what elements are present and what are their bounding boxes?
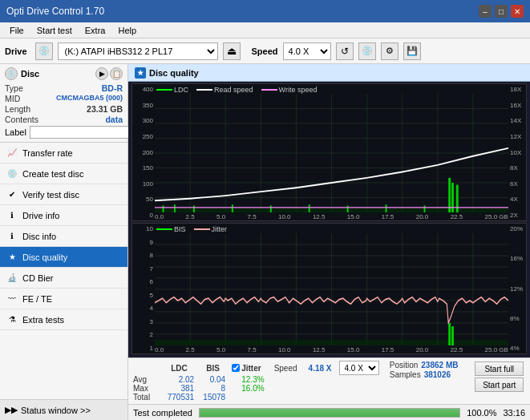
bis-col-header: BIS — [197, 361, 229, 375]
disc-quality-icon: ★ — [6, 252, 18, 263]
time-label: 33:16 — [503, 408, 525, 418]
chart2-x-labels: 0.02.55.07.510.012.515.017.520.022.525.0… — [155, 346, 508, 353]
stats-table: LDC BIS Jitter Speed — [133, 361, 525, 402]
speed-stat-select-cell: 4.0 X — [336, 361, 386, 375]
disc-icon-1: ▶ — [95, 67, 108, 80]
svg-rect-25 — [309, 204, 310, 212]
max-jitter: 16.0% — [229, 384, 267, 393]
verify-test-label: Verify test disc — [22, 190, 79, 200]
stats-area: LDC BIS Jitter Speed — [128, 357, 530, 404]
label-input[interactable] — [30, 126, 136, 139]
extra-tests-label: Extra tests — [22, 315, 64, 325]
speed-stat-value: 4.18 X — [307, 361, 336, 375]
fe-te-label: FE / TE — [22, 294, 52, 304]
drive-select[interactable]: (K:) ATAPI iHBS312 2 PL17 — [58, 42, 218, 60]
speed-select[interactable]: 4.0 X — [283, 42, 331, 60]
start-part-button[interactable]: Start part — [475, 378, 524, 392]
transfer-rate-icon: 📈 — [6, 147, 18, 159]
svg-rect-26 — [347, 205, 349, 212]
disc-panel-title: Disc — [21, 69, 39, 79]
avg-ldc: 2.02 — [161, 375, 197, 384]
svg-rect-49 — [451, 326, 454, 345]
status-window-button[interactable]: ▶▶ Status window >> — [0, 399, 127, 420]
max-bis: 8 — [197, 384, 229, 393]
sidebar-item-verify-test-disc[interactable]: ✔ Verify test disc — [0, 184, 127, 205]
label-label: Label — [5, 127, 26, 137]
create-test-label: Create test disc — [22, 169, 83, 179]
sidebar-item-transfer-rate[interactable]: 📈 Transfer rate — [0, 143, 127, 164]
sidebar-item-extra-tests[interactable]: ⚗ Extra tests — [0, 309, 127, 330]
menu-extra[interactable]: Extra — [79, 24, 112, 37]
chart2-legend: BIS Jitter — [156, 225, 227, 233]
disc-info-label: Disc info — [22, 232, 56, 241]
drive-icon: 💿 — [35, 42, 53, 60]
avg-row-label: Avg — [133, 375, 161, 384]
speed-stat-select[interactable]: 4.0 X — [339, 361, 379, 375]
nav-items: 📈 Transfer rate 💿 Create test disc ✔ Ver… — [0, 143, 127, 399]
length-label: Length — [5, 104, 30, 114]
cd-bier-icon: 🔬 — [6, 273, 18, 284]
sidebar-item-disc-quality[interactable]: ★ Disc quality — [0, 247, 127, 268]
sidebar-item-disc-info[interactable]: ℹ Disc info — [0, 226, 127, 247]
chart1-y-left: 400 350 300 250 200 150 100 50 0 — [132, 84, 155, 220]
sidebar-item-drive-info[interactable]: ℹ Drive info — [0, 205, 127, 226]
svg-rect-23 — [232, 204, 233, 212]
titlebar: Opti Drive Control 1.70 – □ ✕ — [0, 0, 530, 22]
svg-rect-47 — [155, 340, 508, 345]
dq-title: Disc quality — [149, 68, 199, 78]
sidebar: 💿 Disc ▶ 📋 Type BD-R MID CMCMAGBA5 (000)… — [0, 64, 128, 420]
ldc-legend-label: LDC — [174, 86, 188, 94]
chart2-y-right: 20% 16% 12% 8% 4% — [508, 224, 526, 353]
samples-label: Samples — [390, 370, 421, 379]
avg-jitter: 12.3% — [229, 375, 267, 384]
svg-rect-21 — [174, 204, 176, 212]
menu-starttest[interactable]: Start test — [30, 24, 79, 37]
ldc-col-header: LDC — [161, 361, 197, 375]
sidebar-item-cd-bier[interactable]: 🔬 CD Bier — [0, 268, 127, 289]
contents-value: data — [105, 115, 123, 124]
menu-help[interactable]: Help — [111, 24, 143, 37]
disc-button[interactable]: 💿 — [358, 42, 376, 60]
chart1-svg — [155, 94, 508, 212]
chart2-svg-wrapper — [155, 233, 508, 345]
progress-bar-container — [199, 408, 460, 418]
bottom-statusbar: Test completed 100.0% 33:16 — [128, 404, 530, 420]
contents-label: Contents — [5, 115, 38, 124]
svg-rect-28 — [424, 205, 426, 212]
disc-panel: 💿 Disc ▶ 📋 Type BD-R MID CMCMAGBA5 (000)… — [0, 64, 127, 143]
maximize-button[interactable]: □ — [495, 5, 508, 18]
read-speed-legend-dot — [196, 89, 212, 91]
bis-legend-label: BIS — [174, 225, 186, 233]
save-button[interactable]: 💾 — [403, 42, 421, 60]
refresh-button[interactable]: ↺ — [336, 42, 354, 60]
sidebar-item-create-test-disc[interactable]: 💿 Create test disc — [0, 164, 127, 184]
total-row-label: Total — [133, 393, 161, 402]
chart1-y-right: 18X 16X 14X 12X 10X 8X 6X 4X 2X — [508, 84, 526, 220]
chart1-x-labels: 0.02.55.07.510.012.515.017.520.022.525.0… — [155, 213, 508, 220]
chart1-svg-wrapper — [155, 94, 508, 212]
pos-samples-cell: Position 23862 MB Samples 381026 — [386, 361, 474, 393]
minimize-button[interactable]: – — [479, 5, 492, 18]
start-full-button[interactable]: Start full — [475, 361, 524, 376]
close-button[interactable]: ✕ — [511, 5, 524, 18]
type-label: Type — [5, 83, 23, 93]
jitter-legend-dot — [194, 228, 210, 230]
disc-info-icon: ℹ — [6, 231, 18, 242]
sidebar-item-fe-te[interactable]: 〰 FE / TE — [0, 289, 127, 309]
jitter-checkbox[interactable] — [232, 364, 240, 372]
menu-file[interactable]: File — [3, 24, 30, 37]
settings-button[interactable]: ⚙ — [381, 42, 399, 60]
drivebar: Drive 💿 (K:) ATAPI iHBS312 2 PL17 ⏏ Spee… — [0, 38, 530, 64]
length-value: 23.31 GB — [87, 104, 123, 114]
total-bis: 15078 — [197, 393, 229, 402]
drive-info-label: Drive info — [22, 211, 59, 220]
create-test-icon: 💿 — [6, 168, 18, 180]
write-speed-legend-label: Write speed — [279, 86, 318, 94]
svg-rect-22 — [193, 205, 195, 212]
samples-value: 381026 — [424, 370, 451, 379]
max-ldc: 381 — [161, 384, 197, 393]
max-row-label: Max — [133, 384, 161, 393]
verify-test-icon: ✔ — [6, 189, 18, 200]
status-window-label: Status window >> — [21, 406, 91, 415]
eject-button[interactable]: ⏏ — [223, 42, 241, 60]
